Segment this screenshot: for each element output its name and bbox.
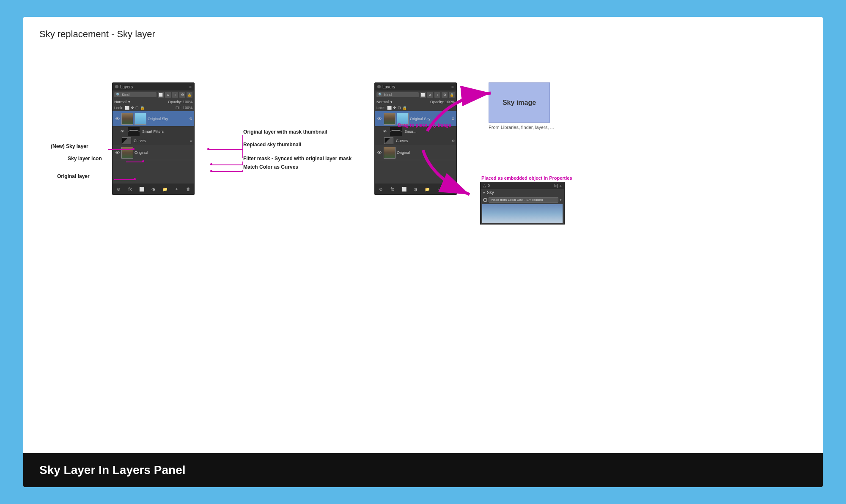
props-icon2: ▷| <box>554 184 558 188</box>
lock-artboard-icon[interactable]: ⊡ <box>135 106 139 110</box>
curves-row[interactable]: Curves ⚙ <box>113 137 194 145</box>
fx-icon-r[interactable]: fx <box>389 186 396 192</box>
panel-toolbar-right: ⊙ fx ⬜ ◑ 📁 + 🗑 <box>375 184 456 194</box>
layer-type-icon[interactable]: ⬜ <box>158 92 164 98</box>
layer-row-original-sky[interactable]: 👁 Original Sky ⚙ <box>113 111 194 126</box>
add-mask-icon[interactable]: ⬜ <box>138 186 145 192</box>
layer-fx-icon-r[interactable]: ⚙ <box>442 92 448 98</box>
page-title: Sky replacement - Sky layer <box>39 29 155 40</box>
curves-label-r: Curves <box>396 139 408 143</box>
curves-link-icon-r: ⚙ <box>452 139 455 143</box>
embed-dropdown[interactable]: Place from Local Disk - Embedded <box>489 197 558 203</box>
layer-smart-icon-r[interactable]: T <box>434 92 440 98</box>
layer-row-original[interactable]: 👁 Original <box>113 145 194 160</box>
mode-label: Normal <box>114 100 126 104</box>
panel-lock-row: Lock: ⬜ ✥ ⊡ 🔒 Fill: 100% <box>113 105 194 111</box>
layer-name-sky: Original Sky <box>148 117 189 121</box>
sky-image-label: Sky image <box>503 99 536 107</box>
link-layers-icon[interactable]: ⊙ <box>115 186 122 192</box>
panel-search-box-right[interactable]: 🔍 Kind <box>376 92 419 97</box>
new-layer-icon-r[interactable]: + <box>436 186 442 192</box>
eye-icon-filters[interactable]: 👁 <box>119 129 125 134</box>
curves-row-right[interactable]: Curves ⚙ <box>375 137 456 145</box>
layer-lock-icon2[interactable]: 🔒 <box>187 92 192 98</box>
layer-color-icon-r[interactable]: A <box>427 92 433 98</box>
sky-layer-name: Sky <box>487 190 494 195</box>
fill-value[interactable]: 100% <box>183 106 192 110</box>
panel-search-icons-right: ⬜ A T ⚙ 🔒 <box>420 92 455 98</box>
layer-name-original: Original <box>135 151 192 155</box>
panel-search-icons: ⬜ A T ⚙ 🔒 <box>158 92 192 98</box>
mode-dropdown-icon-right[interactable]: ▾ <box>390 100 393 104</box>
delete-layer-icon[interactable]: 🗑 <box>185 186 192 192</box>
panel-titlebar-left: Layers ≡ <box>113 83 194 90</box>
lock-all-icon[interactable]: 🔒 <box>140 106 145 110</box>
properties-toolbar: △ 0 ▷| ≠ <box>481 182 564 189</box>
panel-menu-icon[interactable]: ≡ <box>189 85 192 89</box>
layer-thumb-orig-r <box>384 147 396 159</box>
new-group-icon-r[interactable]: 📁 <box>424 186 431 192</box>
annotation-drag-to-place: Drag to place sky image <box>398 123 451 128</box>
eye-icon-filters-r[interactable]: 👁 <box>382 129 387 134</box>
layer-type-icon-r[interactable]: ⬜ <box>420 92 426 98</box>
eye-icon-original[interactable]: 👁 <box>114 150 120 156</box>
new-group-icon[interactable]: 📁 <box>162 186 168 192</box>
delete-layer-icon-r[interactable]: 🗑 <box>447 186 454 192</box>
layer-lock-icon-r[interactable]: 🔒 <box>449 92 455 98</box>
fill-label: Fill: <box>176 106 181 110</box>
props-sky-thumbnail <box>482 204 563 223</box>
eye-icon-sky-r[interactable]: 👁 <box>376 116 382 122</box>
chevron-icon[interactable]: ▾ <box>483 191 485 195</box>
embed-add-icon[interactable]: + <box>560 198 562 202</box>
main-container: Sky replacement - Sky layer Layers ≡ 🔍 K… <box>23 17 823 487</box>
annotation-new-sky-layer: (New) Sky layer <box>51 143 88 149</box>
lock-artboard-icon-r[interactable]: ⊡ <box>398 106 401 110</box>
panel-title-left: Layers <box>120 85 133 89</box>
eye-icon-sky[interactable]: 👁 <box>114 116 120 122</box>
layer-row-original-right[interactable]: 👁 Original <box>375 145 456 160</box>
lock-move-icon[interactable]: ✥ <box>131 106 134 110</box>
properties-panel: △ 0 ▷| ≠ ▾ Sky Place from Local Disk - E… <box>480 182 565 225</box>
lock-move-icon-r[interactable]: ✥ <box>393 106 396 110</box>
panel-search-box[interactable]: 🔍 Kind <box>114 92 157 97</box>
panel-search-row: 🔍 Kind ⬜ A T ⚙ 🔒 <box>113 90 194 99</box>
opacity-value-right[interactable]: 100% <box>445 100 455 104</box>
layer-thumb-original-r <box>384 113 396 125</box>
placed-as-embedded-label: Placed as embedded object in Properties <box>481 175 572 181</box>
layer-link-icon: ⚙ <box>189 117 192 121</box>
panel-close-icon[interactable] <box>115 85 118 88</box>
new-fill-icon-r[interactable]: ◑ <box>412 186 419 192</box>
layer-fx-icon[interactable]: ⚙ <box>179 92 185 98</box>
curves-label: Curves <box>134 139 146 143</box>
arrow-sky-layer-icon <box>126 162 143 162</box>
mode-dropdown-icon[interactable]: ▾ <box>128 100 130 104</box>
dot-original-mask <box>207 148 209 150</box>
embed-option-label: Place from Local Disk - Embedded <box>491 198 543 202</box>
annotation-match-color: Match Color as Curves <box>243 164 298 170</box>
layer-color-icon[interactable]: A <box>165 92 171 98</box>
arrow-original-layer <box>114 179 135 180</box>
lock-pixels-icon[interactable]: ⬜ <box>125 106 129 110</box>
new-layer-icon[interactable]: + <box>173 186 180 192</box>
fx-icon[interactable]: fx <box>127 186 134 192</box>
panel-empty-space-right <box>375 160 456 184</box>
smart-filters-label: Smart Filters <box>142 129 164 134</box>
layer-smart-icon[interactable]: T <box>172 92 178 98</box>
layer-link-icon-r: ⚙ <box>451 117 455 121</box>
annotation-filter-mask: Filter mask - Synced with original layer… <box>243 156 352 162</box>
eye-icon-original-r[interactable]: 👁 <box>376 150 382 156</box>
link-layers-icon-r[interactable]: ⊙ <box>377 186 384 192</box>
lock-pixels-icon-r[interactable]: ⬜ <box>387 106 392 110</box>
annotation-original-mask: Original layer with mask thumbnail <box>243 129 327 135</box>
embed-radio[interactable] <box>483 198 487 202</box>
new-fill-icon[interactable]: ◑ <box>150 186 157 192</box>
panel-close-icon-right[interactable] <box>377 85 381 88</box>
lock-all-icon-r[interactable]: 🔒 <box>402 106 407 110</box>
lock-label-right: Lock: <box>376 106 386 110</box>
panel-titlebar-right: Layers ≡ <box>375 83 456 90</box>
panel-menu-icon-right[interactable]: ≡ <box>451 85 454 89</box>
annotation-original-layer: Original layer <box>57 173 90 179</box>
dot-new-sky-layer <box>132 148 135 150</box>
add-mask-icon-r[interactable]: ⬜ <box>401 186 407 192</box>
opacity-value[interactable]: 100% <box>183 100 192 104</box>
